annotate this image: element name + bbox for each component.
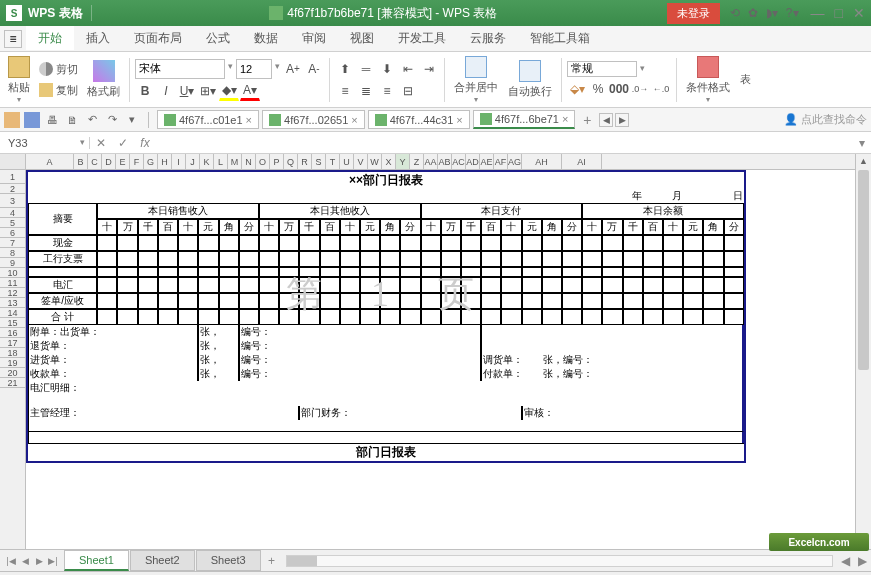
indent-left-button[interactable]: ⇤ — [398, 59, 418, 79]
row-header-4[interactable]: 4 — [0, 208, 25, 218]
row-header-20[interactable]: 20 — [0, 368, 25, 378]
col-header-AB[interactable]: AB — [438, 154, 452, 169]
save-button[interactable] — [24, 112, 40, 128]
cancel-formula-button[interactable]: ✕ — [90, 136, 112, 150]
qat-more-button[interactable]: ▾ — [124, 112, 140, 128]
sheet-content[interactable]: ××部门日报表 年月日 摘要本日销售收入本日其他收入本日支付本日余额 十万千百十… — [26, 170, 855, 463]
row-header-1[interactable]: 1 — [0, 170, 25, 184]
close-tab-icon[interactable]: × — [456, 114, 462, 126]
vertical-scrollbar[interactable]: ▲ ▼ — [855, 154, 871, 549]
col-header-AI[interactable]: AI — [562, 154, 602, 169]
col-header-A[interactable]: A — [26, 154, 74, 169]
italic-button[interactable]: I — [156, 81, 176, 101]
sheet-prev-button[interactable]: ◀ — [18, 556, 32, 566]
doc-tab-0[interactable]: 4f67f...c01e1× — [157, 110, 259, 129]
sheet-next-button[interactable]: ▶ — [32, 556, 46, 566]
hscroll-thumb[interactable] — [287, 556, 317, 566]
close-tab-icon[interactable]: × — [351, 114, 357, 126]
accept-formula-button[interactable]: ✓ — [112, 136, 134, 150]
login-button[interactable]: 未登录 — [667, 3, 720, 24]
scroll-up-button[interactable]: ▲ — [856, 156, 871, 170]
formula-input[interactable] — [156, 137, 853, 149]
increase-font-button[interactable]: A+ — [283, 59, 303, 79]
menu-tab-审阅[interactable]: 审阅 — [290, 26, 338, 50]
col-header-D[interactable]: D — [102, 154, 116, 169]
font-size-select[interactable] — [236, 59, 272, 79]
row-header-2[interactable]: 2 — [0, 184, 25, 194]
col-header-R[interactable]: R — [298, 154, 312, 169]
doc-tab-3[interactable]: 4f67f...6be71× — [473, 110, 576, 129]
col-header-Q[interactable]: Q — [284, 154, 298, 169]
fill-color-button[interactable]: ◆▾ — [219, 81, 239, 101]
sheet-tab-Sheet1[interactable]: Sheet1 — [64, 550, 129, 571]
hscroll-right-button[interactable]: ▶ — [854, 554, 871, 568]
select-all-corner[interactable] — [0, 154, 25, 170]
paste-button[interactable]: 粘贴▾ — [4, 54, 34, 106]
conditional-format-button[interactable]: 条件格式▾ — [682, 54, 734, 106]
font-name-select[interactable] — [135, 59, 225, 79]
col-header-P[interactable]: P — [270, 154, 284, 169]
col-header-E[interactable]: E — [116, 154, 130, 169]
print-preview-button[interactable]: 🗎 — [64, 112, 80, 128]
row-header-14[interactable]: 14 — [0, 308, 25, 318]
col-header-S[interactable]: S — [312, 154, 326, 169]
percent-button[interactable]: % — [588, 79, 608, 99]
undo-button[interactable]: ↶ — [84, 112, 100, 128]
col-header-AA[interactable]: AA — [424, 154, 438, 169]
row-header-8[interactable]: 8 — [0, 248, 25, 258]
col-header-AF[interactable]: AF — [494, 154, 508, 169]
align-left-button[interactable]: ≡ — [335, 81, 355, 101]
row-header-9[interactable]: 9 — [0, 258, 25, 268]
align-bottom-button[interactable]: ⬇ — [377, 59, 397, 79]
close-button[interactable]: ✕ — [853, 5, 865, 21]
doc-tab-2[interactable]: 4f67f...44c31× — [368, 110, 470, 129]
col-header-U[interactable]: U — [340, 154, 354, 169]
format-painter-button[interactable]: 格式刷 — [83, 58, 124, 101]
row-header-18[interactable]: 18 — [0, 348, 25, 358]
row-header-6[interactable]: 6 — [0, 228, 25, 238]
align-center-button[interactable]: ≣ — [356, 81, 376, 101]
col-header-K[interactable]: K — [200, 154, 214, 169]
col-header-M[interactable]: M — [228, 154, 242, 169]
decrease-decimal-button[interactable]: ←.0 — [651, 79, 671, 99]
menu-tab-页面布局[interactable]: 页面布局 — [122, 26, 194, 50]
col-header-J[interactable]: J — [186, 154, 200, 169]
col-header-O[interactable]: O — [256, 154, 270, 169]
fx-button[interactable]: fx — [134, 136, 156, 150]
row-header-3[interactable]: 3 — [0, 194, 25, 208]
add-sheet-button[interactable]: + — [262, 554, 282, 568]
col-header-AC[interactable]: AC — [452, 154, 466, 169]
hscroll-left-button[interactable]: ◀ — [837, 554, 854, 568]
horizontal-scrollbar[interactable] — [286, 555, 833, 567]
row-header-15[interactable]: 15 — [0, 318, 25, 328]
col-header-H[interactable]: H — [158, 154, 172, 169]
menu-tab-智能工具箱[interactable]: 智能工具箱 — [518, 26, 602, 50]
col-header-AD[interactable]: AD — [466, 154, 480, 169]
col-header-L[interactable]: L — [214, 154, 228, 169]
row-header-19[interactable]: 19 — [0, 358, 25, 368]
sheet-first-button[interactable]: |◀ — [4, 556, 18, 566]
col-header-Z[interactable]: Z — [410, 154, 424, 169]
number-format-select[interactable] — [567, 61, 637, 77]
col-header-X[interactable]: X — [382, 154, 396, 169]
menu-tab-数据[interactable]: 数据 — [242, 26, 290, 50]
minimize-button[interactable]: — — [811, 5, 825, 21]
row-header-11[interactable]: 11 — [0, 278, 25, 288]
tab-next-button[interactable]: ▶ — [615, 113, 629, 127]
close-tab-icon[interactable]: × — [562, 113, 568, 125]
increase-decimal-button[interactable]: .0→ — [630, 79, 650, 99]
col-header-F[interactable]: F — [130, 154, 144, 169]
menu-tab-开始[interactable]: 开始 — [26, 24, 74, 50]
table-format-button[interactable]: 表 — [736, 70, 755, 89]
col-header-N[interactable]: N — [242, 154, 256, 169]
currency-button[interactable]: ⬙▾ — [567, 79, 587, 99]
col-header-AE[interactable]: AE — [480, 154, 494, 169]
underline-button[interactable]: U▾ — [177, 81, 197, 101]
merge-center-button[interactable]: 合并居中▾ — [450, 54, 502, 106]
col-header-V[interactable]: V — [354, 154, 368, 169]
close-tab-icon[interactable]: × — [246, 114, 252, 126]
command-search[interactable]: 👤点此查找命令 — [784, 112, 867, 127]
name-box[interactable]: Y33 — [0, 137, 90, 149]
menu-tab-视图[interactable]: 视图 — [338, 26, 386, 50]
col-header-I[interactable]: I — [172, 154, 186, 169]
